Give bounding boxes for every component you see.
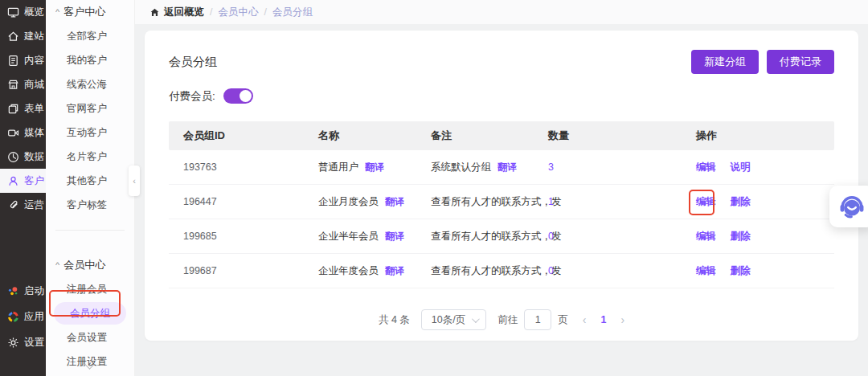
breadcrumb-home-label: 返回概览 [164,6,204,19]
col-header-name: 名称 [304,129,416,143]
sidebar-item-label: 启动 [24,284,44,298]
col-header-remark: 备注 [416,129,534,143]
delete-link[interactable]: 删除 [730,230,750,243]
group-name: 企业月度会员 [318,196,379,207]
sidebar-item-label: 应用 [24,310,44,324]
edit-link[interactable]: 编辑 [696,230,716,243]
actions-cell: 编辑 说明 [682,161,834,174]
sidebar-item-launch[interactable]: 启动 [0,278,46,304]
current-page-button[interactable]: 1 [600,314,606,325]
sidebar-item-label: 媒体 [24,126,44,140]
group-name: 企业年度会员 [318,265,379,276]
col-header-count: 数量 [534,129,682,143]
site-builder-icon [7,31,19,43]
sidebar-item-media[interactable]: 媒体 [0,121,46,145]
actions-cell: 编辑 删除 [682,264,834,278]
menu-item-interactive-customers[interactable]: 互动客户 [46,121,134,145]
group-title-member-center[interactable]: ^ 会员中心 [46,253,134,277]
breadcrumb-member-center[interactable]: 会员中心 [218,6,258,19]
edit-link[interactable]: 编辑 [696,161,716,174]
actions-cell: 编辑 删除 [682,230,834,243]
actions-cell: 编辑 删除 [682,195,834,209]
table-header-row: 会员组ID 名称 备注 数量 操作 [169,121,834,150]
menu-item-website-customers[interactable]: 官网客户 [46,96,134,121]
description-link[interactable]: 说明 [730,161,750,174]
menu-item-lead-pool[interactable]: 线索公海 [46,72,134,96]
breadcrumb-member-groups[interactable]: 会员分组 [272,6,313,19]
member-count[interactable]: 1 [534,196,682,207]
sidebar-item-site[interactable]: 建站 [0,24,46,48]
customer-icon [7,175,19,187]
sidebar-item-customer[interactable]: 客户 [0,169,46,193]
total-count-label: 共 4 条 [379,313,410,327]
sidebar-collapse-handle[interactable]: ‹ [129,166,140,196]
sidebar-item-settings[interactable]: 设置 [0,329,46,355]
mall-icon [7,79,19,91]
prev-page-button[interactable]: ‹ [583,313,587,326]
sidebar-item-label: 表单 [24,102,44,116]
member-group-id: 199687 [169,265,304,276]
new-group-button[interactable]: 新建分组 [691,50,759,74]
edit-link[interactable]: 编辑 [696,195,716,209]
menu-item-all-customers[interactable]: 全部客户 [46,24,134,48]
pay-record-button[interactable]: 付费记录 [767,50,834,74]
remark-cell: 查看所有人才的联系方式，发 [416,195,534,209]
translate-link[interactable]: 翻译 [385,231,404,242]
group-title-label: 客户中心 [63,5,105,19]
group-name: 企业半年会员 [318,231,379,242]
sidebar-item-content[interactable]: 内容 [0,48,46,72]
sidebar-item-label: 概览 [24,6,44,19]
page-title: 会员分组 [169,55,217,70]
menu-item-customer-tags[interactable]: 客户标签 [46,193,134,217]
menu-item-card-customers[interactable]: 名片客户 [46,145,134,169]
delete-link[interactable]: 删除 [730,195,750,209]
sidebar-item-label: 数据 [24,150,44,164]
remark-cell: 查看所有人才的联系方式，发 [416,230,534,243]
goto-page-input[interactable] [524,309,551,330]
menu-item-my-customers[interactable]: 我的客户 [46,48,134,72]
launch-icon [7,285,19,297]
sidebar-item-label: 商城 [24,78,44,92]
member-count[interactable]: 0 [534,231,682,242]
breadcrumb-home-link[interactable]: 返回概览 [149,6,204,19]
sidebar-item-operations[interactable]: 运营 [0,193,46,217]
sidebar-item-mall[interactable]: 商城 [0,72,46,96]
translate-link[interactable]: 翻译 [385,265,404,276]
customer-service-widget[interactable] [829,186,868,227]
paid-member-toggle[interactable] [223,88,253,104]
page-size-select[interactable]: 10条/页 [421,309,486,330]
group-name-cell: 普通用户翻译 [304,161,416,174]
sidebar-item-overview[interactable]: 概览 [0,0,46,24]
table-row: 199685 企业半年会员翻译 查看所有人才的联系方式，发 0 编辑 删除 [169,219,834,254]
next-page-button[interactable]: › [620,313,624,326]
breadcrumb-separator: / [210,6,212,18]
sidebar-item-data[interactable]: 数据 [0,145,46,169]
form-icon [7,103,19,115]
toggle-knob [240,90,252,102]
member-group-id: 199685 [169,231,304,242]
translate-link[interactable]: 翻译 [497,161,517,173]
sidebar-item-apps[interactable]: 应用 [0,304,46,329]
menu-item-other-customers[interactable]: 其他客户 [46,169,134,193]
breadcrumb-separator: / [264,6,266,18]
main-area: 返回概览 / 会员中心 / 会员分组 会员分组 新建分组 付费记录 付费会员: [135,0,868,376]
settings-gear-icon [7,337,19,349]
page-unit-label: 页 [558,313,568,327]
menu-item-register-members[interactable]: 注册会员 [46,277,134,301]
remark-text: 系统默认分组 [431,161,491,173]
goto-label: 前往 [497,313,518,327]
sidebar-item-forms[interactable]: 表单 [0,96,46,121]
member-count[interactable]: 0 [534,265,682,276]
translate-link[interactable]: 翻译 [365,161,384,173]
member-count[interactable]: 3 [534,161,682,173]
edit-link[interactable]: 编辑 [696,264,716,278]
translate-link[interactable]: 翻译 [385,196,404,207]
media-icon [7,127,19,139]
group-title-customer-center[interactable]: ^ 客户中心 [46,0,134,24]
menu-item-member-groups[interactable]: 会员分组 [54,302,126,325]
data-icon [7,151,19,163]
delete-link[interactable]: 删除 [730,264,750,278]
menu-item-member-settings[interactable]: 会员设置 [46,325,134,349]
group-name-cell: 企业月度会员翻译 [304,195,416,209]
sidebar-item-label: 运营 [24,198,44,212]
